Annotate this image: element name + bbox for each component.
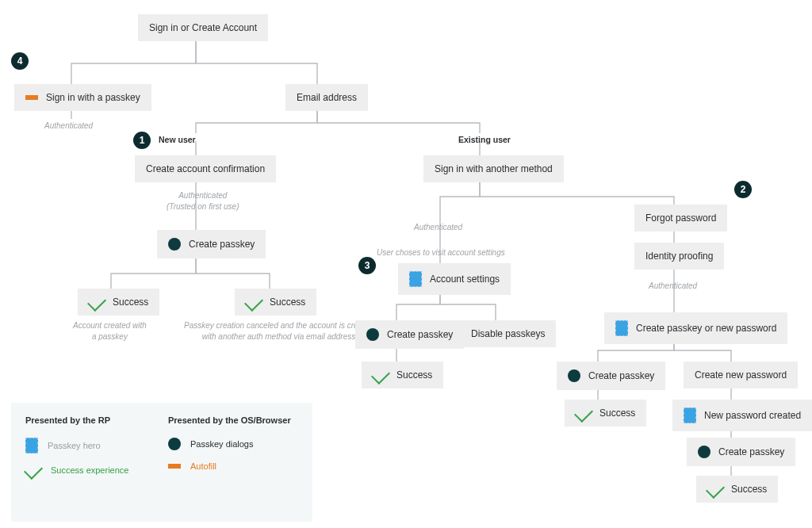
node-new-password-created: New password created xyxy=(672,400,812,431)
node-success-newuser-left: Success xyxy=(78,289,159,316)
note-authenticated-left: Authenticated xyxy=(44,121,93,132)
note-auth-trusted: Authenticated (Trusted on first use) xyxy=(167,190,239,212)
badge-1: 1 xyxy=(133,132,151,149)
label: Create passkey xyxy=(387,329,453,340)
node-identity-proofing: Identity proofing xyxy=(634,243,724,270)
node-email: Email address xyxy=(285,84,368,111)
label: Create passkey or new password xyxy=(636,323,776,334)
label: Create account confirmation xyxy=(146,163,265,174)
autofill-icon xyxy=(168,464,181,469)
badge-2: 2 xyxy=(734,181,752,198)
node-create-passkey-newuser: Create passkey xyxy=(157,230,266,258)
note-passkey-canceled: Passkey creation canceled and the accoun… xyxy=(184,320,373,342)
note-authenticated-existing: Authenticated xyxy=(414,222,462,233)
passkey-hero-icon xyxy=(615,320,628,336)
legend-item-hero: Passkey hero xyxy=(25,438,128,453)
legend-item-success: Success experience xyxy=(25,465,128,476)
node-success-forgot-passkey: Success xyxy=(565,400,646,427)
label: Identity proofing xyxy=(645,251,713,262)
autofill-icon xyxy=(25,95,38,100)
label: Sign in or Create Account xyxy=(149,22,257,33)
passkey-dialog-icon xyxy=(168,238,181,251)
legend: Presented by the RP Passkey hero Success… xyxy=(11,403,312,522)
legend-col-os: Presented by the OS/Browser Passkey dial… xyxy=(168,415,291,482)
label: Email address xyxy=(297,92,357,103)
passkey-hero-icon xyxy=(684,407,696,423)
label: Success xyxy=(396,369,432,381)
passkey-dialog-icon xyxy=(698,446,710,458)
legend-header-os: Presented by the OS/Browser xyxy=(168,415,291,425)
node-create-passkey-after-newpw: Create passkey xyxy=(687,438,795,466)
badge-3: 3 xyxy=(358,257,376,274)
node-account-settings: Account settings xyxy=(398,263,511,295)
label: New password created xyxy=(704,410,801,421)
node-create-passkey-forgot: Create passkey xyxy=(557,362,665,390)
legend-col-rp: Presented by the RP Passkey hero Success… xyxy=(25,415,128,487)
note-authenticated-forgot: Authenticated xyxy=(649,281,697,292)
passkey-dialog-icon xyxy=(366,328,379,341)
legend-item-autofill: Autofill xyxy=(168,461,291,471)
note-account-created-passkey: Account created with a passkey xyxy=(73,320,147,342)
check-icon xyxy=(706,480,725,499)
label: Sign in with another method xyxy=(435,163,553,174)
node-success-final: Success xyxy=(696,476,778,503)
label: Disable passkeys xyxy=(471,328,545,339)
label-new-user: New user xyxy=(159,135,196,144)
label: Create new password xyxy=(695,369,787,381)
passkey-hero-icon xyxy=(409,271,422,287)
legend-item-dialogs: Passkey dialogs xyxy=(168,438,291,450)
label: Create passkey xyxy=(718,446,784,457)
label: Account settings xyxy=(430,274,500,285)
node-create-passkey-settings: Create passkey xyxy=(355,320,464,349)
label: Success xyxy=(731,484,767,495)
legend-header-rp: Presented by the RP xyxy=(25,415,128,425)
node-forgot-password: Forgot password xyxy=(634,205,727,231)
label: Success xyxy=(599,407,635,419)
node-create-new-password: Create new password xyxy=(684,362,798,388)
label: Forgot password xyxy=(645,212,716,224)
passkey-hero-icon xyxy=(25,438,38,453)
node-disable-passkeys: Disable passkeys xyxy=(460,320,556,347)
passkey-dialog-icon xyxy=(168,438,181,450)
label: Create passkey xyxy=(189,239,255,250)
node-success-settings: Success xyxy=(362,362,443,388)
note-visit-settings: User choses to visit account settings xyxy=(377,247,505,258)
badge-4: 4 xyxy=(11,52,29,70)
check-icon xyxy=(87,293,106,312)
label-existing-user: Existing user xyxy=(458,135,511,144)
check-icon xyxy=(24,461,43,480)
label: Success xyxy=(270,297,305,308)
check-icon xyxy=(371,365,390,385)
label: Success xyxy=(113,297,148,308)
node-create-account-confirm: Create account confirmation xyxy=(135,155,276,182)
node-create-passkey-or-newpw: Create passkey or new password xyxy=(604,312,787,344)
label: Sign in with a passkey xyxy=(46,92,140,103)
check-icon xyxy=(244,293,263,312)
node-success-newuser-right: Success xyxy=(235,289,316,316)
node-signin-another: Sign in with another method xyxy=(423,155,564,182)
flowchart: Sign in or Create Account 4 Sign in with… xyxy=(0,0,812,528)
node-signin-passkey: Sign in with a passkey xyxy=(14,84,151,111)
label: Create passkey xyxy=(588,370,654,381)
check-icon xyxy=(574,404,593,423)
passkey-dialog-icon xyxy=(568,369,580,382)
node-root: Sign in or Create Account xyxy=(138,14,268,41)
